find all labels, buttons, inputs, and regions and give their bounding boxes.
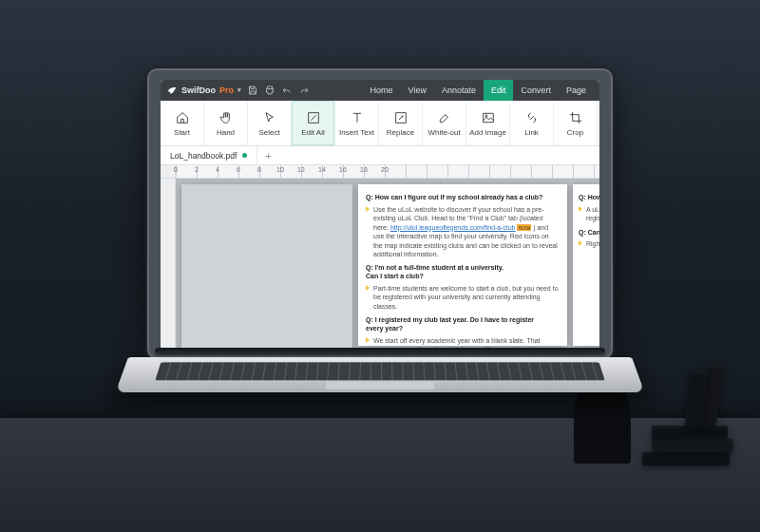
crop-button[interactable]: Crop	[554, 101, 598, 145]
titlebar: SwifDooPro ▾ Home View Annotate Edit	[161, 80, 599, 101]
inserttext-icon	[350, 110, 365, 125]
ruler-tick: 0	[174, 166, 178, 173]
side-q1: Q: How ma	[579, 194, 599, 202]
document-page-side[interactable]: Q: How ma A uLoL club would registr Q: C…	[573, 184, 599, 346]
brand-main: SwifDoo	[181, 86, 216, 95]
modified-dot-icon	[242, 153, 247, 158]
undo-icon[interactable]	[281, 85, 293, 96]
side-a1: A uLoL club would registr	[586, 205, 599, 223]
svg-point-0	[485, 115, 487, 117]
ruler-tick: 18	[360, 166, 368, 173]
hand-label: Hand	[217, 128, 235, 137]
file-tab-name: LoL_handbook.pdf	[170, 151, 237, 161]
addimage-label: Add Image	[469, 128, 506, 137]
ruler-tick: 8	[257, 166, 261, 173]
crop-icon	[568, 110, 583, 125]
page-thumbnail-blank	[181, 184, 352, 350]
ruler-tick: 2	[195, 166, 199, 173]
ruler-tick: 10	[276, 166, 284, 173]
ruler-tick: 6	[237, 166, 240, 173]
editall-button[interactable]: Edit All	[292, 101, 335, 145]
faq-q2-line1: Q: I'm not a full-time student at a univ…	[366, 264, 560, 273]
workspace: Q: How can I figure out if my school alr…	[161, 179, 599, 350]
editall-icon	[306, 110, 321, 125]
menu-convert[interactable]: Convert	[513, 80, 559, 101]
horizontal-ruler: 02468101214161820	[161, 165, 599, 179]
menu-view[interactable]: View	[401, 80, 434, 101]
menu-page[interactable]: Page	[559, 80, 594, 101]
faq-q2-line2: Can I start a club?	[366, 273, 560, 281]
inserttext-label: Insert Text	[339, 128, 374, 137]
brand-suffix: Pro	[219, 86, 234, 95]
link-label: Link	[524, 128, 539, 137]
replace-icon	[393, 110, 408, 125]
redo-icon[interactable]	[298, 85, 310, 96]
chevron-down-icon[interactable]: ▾	[238, 86, 241, 94]
faq-q3-line1: Q: I registered my club last year. Do I …	[366, 316, 560, 325]
select-label: Select	[258, 128, 279, 137]
ruler-tick: 20	[381, 166, 389, 173]
app-window: SwifDooPro ▾ Home View Annotate Edit	[161, 80, 599, 350]
select-icon	[262, 110, 277, 125]
ruler-tick: 16	[339, 166, 347, 173]
ribbon-toolbar: Start Hand Select Edit All	[161, 101, 599, 146]
menu-bar: Home View Annotate Edit Convert Page	[363, 80, 594, 101]
whiteout-button[interactable]: White-out	[423, 101, 466, 145]
link-button[interactable]: Link	[510, 101, 554, 145]
home-icon	[175, 110, 190, 125]
page-canvas[interactable]: Q: How can I figure out if my school alr…	[176, 179, 599, 350]
file-tab[interactable]: LoL_handbook.pdf	[161, 146, 257, 164]
link-icon	[524, 110, 540, 125]
add-tab-button[interactable]: +	[257, 146, 278, 164]
whiteout-label: White-out	[428, 128, 460, 137]
inserttext-button[interactable]: Insert Text	[335, 101, 379, 145]
hand-button[interactable]: Hand	[204, 101, 248, 145]
bird-icon	[166, 85, 178, 96]
crop-label: Crop	[567, 128, 583, 137]
faq-a1-highlight: now	[517, 224, 531, 231]
replace-label: Replace	[387, 128, 414, 137]
faq-q3-line2: every year?	[366, 325, 560, 333]
save-icon[interactable]	[247, 85, 258, 96]
faq-q1: Q: How can I figure out if my school alr…	[366, 194, 560, 202]
quick-access-toolbar	[247, 85, 310, 96]
side-q2: Q: Can hig	[579, 229, 599, 238]
menu-home[interactable]: Home	[363, 80, 401, 101]
menu-edit[interactable]: Edit	[484, 80, 514, 101]
side-a2: Right verifie	[586, 239, 599, 248]
faq-a2: Part-time students are welcome to start …	[373, 284, 560, 311]
print-icon[interactable]	[264, 85, 276, 96]
vertical-ruler	[161, 179, 176, 350]
select-button[interactable]: Select	[248, 101, 292, 145]
start-button[interactable]: Start	[161, 101, 204, 145]
menu-annotate[interactable]: Annotate	[434, 80, 484, 101]
whiteout-icon	[437, 110, 452, 125]
ruler-tick: 14	[318, 166, 326, 173]
document-page-main[interactable]: Q: How can I figure out if my school alr…	[358, 184, 567, 346]
editall-label: Edit All	[301, 128, 324, 137]
addimage-button[interactable]: Add Image	[466, 101, 510, 145]
addimage-icon	[481, 110, 496, 125]
ruler-tick: 12	[297, 166, 305, 173]
document-tabstrip: LoL_handbook.pdf +	[161, 146, 599, 165]
replace-button[interactable]: Replace	[379, 101, 423, 145]
start-label: Start	[174, 128, 190, 137]
faq-a1: Use the uLoL website to discover if your…	[373, 205, 560, 259]
hand-icon	[218, 110, 234, 125]
ruler-tick: 4	[216, 166, 219, 173]
app-brand: SwifDooPro ▾	[166, 85, 241, 96]
faq-a1-link[interactable]: http://ulol.leagueoflegends.com/find-a-c…	[390, 224, 516, 231]
